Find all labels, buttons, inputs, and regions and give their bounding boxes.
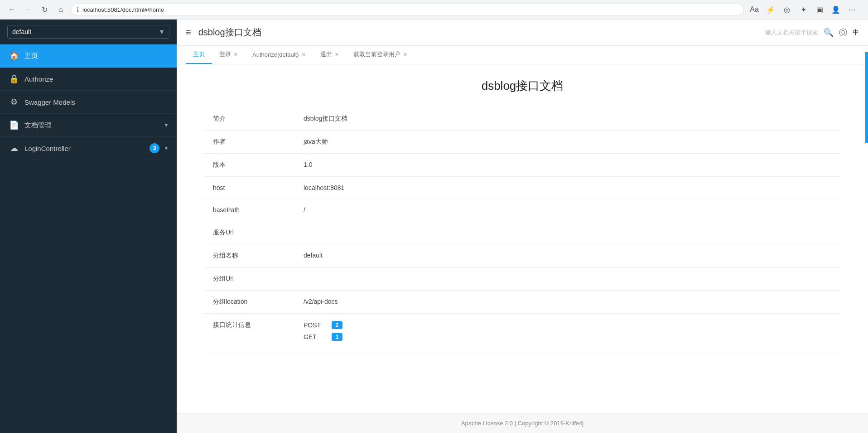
info-row: 接口统计信息POST2GET1 [204,314,841,352]
sidebar-item-label: 主页 [24,52,168,60]
tab-label: 获取当前登录用户 [353,50,400,58]
tab-label: 主页 [193,50,205,58]
sidebar-item-label: LoginController [24,145,144,152]
info-value [294,221,841,244]
lang-button[interactable]: 中 [853,29,859,37]
stats-badge: 2 [332,321,342,329]
info-label: 服务Url [204,221,294,244]
info-row: 服务Url [204,221,841,244]
search-area: 输入文档关键字搜索 🔍 ⓪ 中 [765,27,859,38]
tab-close-button[interactable]: ✕ [335,52,339,57]
font-btn[interactable]: Aa [747,3,761,16]
app-title: dsblog接口文档 [198,26,758,39]
info-label: 分组Url [204,268,294,291]
info-icon: ℹ [77,6,79,13]
info-row: 版本1.0 [204,154,841,177]
info-value: dsblog接口文档 [294,107,841,131]
tab-home[interactable]: 主页 [186,46,212,64]
collections-btn[interactable]: ▣ [813,3,826,16]
info-label: 接口统计信息 [204,314,294,352]
stats-badge: 1 [332,333,342,341]
sidebar-item-login-controller[interactable]: ☁LoginController3▾ [0,137,177,160]
info-value [294,268,841,291]
info-row: hostlocalhost:8081 [204,177,841,199]
info-row: 作者java大师 [204,131,841,154]
info-value: 1.0 [294,154,841,177]
tabs-bar: 主页登录✕Authorize(default)✕退出✕获取当前登录用户✕ [177,46,868,64]
url-text: localhost:8081/doc.html#/home [82,6,164,13]
browser-chrome: ← → ↻ ⌂ ℹ localhost:8081/doc.html#/home … [0,0,868,19]
info-row: 简介dsblog接口文档 [204,107,841,131]
sidebar-item-label: Authorize [24,75,168,83]
info-row: basePath/ [204,199,841,221]
stats-row: POST2 [304,321,832,329]
sidebar-item-doc-manage[interactable]: 📄文档管理▾ [0,114,177,137]
help-icon[interactable]: ⓪ [839,27,847,38]
sync-btn[interactable]: ◎ [780,3,794,16]
swagger-models-icon: ⚙ [9,97,19,107]
extensions-btn[interactable]: ⚡ [764,3,777,16]
group-select[interactable]: default [7,25,169,39]
sidebar-item-authorize[interactable]: 🔒Authorize [0,68,177,91]
nav-controls: ← → ↻ ⌂ ℹ localhost:8081/doc.html#/home … [0,0,868,19]
info-value: default [294,244,841,268]
reload-button[interactable]: ↻ [38,3,51,16]
forward-button[interactable]: → [22,3,34,16]
sidebar-badge: 3 [149,143,159,153]
profile-btn[interactable]: 👤 [829,3,843,16]
tab-login[interactable]: 登录✕ [212,46,245,64]
sidebar-dropdown[interactable]: default ▼ [0,19,177,44]
info-label: 简介 [204,107,294,131]
search-placeholder-text: 输入文档关键字搜索 [765,29,818,37]
info-label: 版本 [204,154,294,177]
address-bar[interactable]: ℹ localhost:8081/doc.html#/home [71,4,744,15]
info-label: 分组location [204,291,294,314]
tab-authorize[interactable]: Authorize(default)✕ [245,47,313,63]
sidebar-items-container: 🏠主页🔒Authorize⚙Swagger Models📄文档管理▾☁Login… [0,44,177,160]
back-button[interactable]: ← [5,3,18,16]
browser-actions: Aa ⚡ ◎ ✦ ▣ 👤 ⋯ [747,3,863,16]
chevron-right-icon: ▾ [165,122,168,128]
tab-close-button[interactable]: ✕ [302,52,306,57]
main-content: ≡ dsblog接口文档 输入文档关键字搜索 🔍 ⓪ 中 主页登录✕Author… [177,19,868,433]
info-label: 作者 [204,131,294,154]
info-label: 分组名称 [204,244,294,268]
home-button[interactable]: ⌂ [54,3,67,16]
home-icon: 🏠 [9,51,19,61]
tab-logout[interactable]: 退出✕ [313,46,346,64]
content-area: dsblog接口文档 简介dsblog接口文档作者java大师版本1.0host… [177,64,868,413]
tab-label: 登录 [219,50,231,58]
stats-row: GET1 [304,333,832,341]
sidebar-item-label: 文档管理 [24,121,159,130]
tab-label: 退出 [320,50,332,58]
login-controller-icon: ☁ [9,143,19,153]
tab-label: Authorize(default) [252,51,299,58]
tab-close-button[interactable]: ✕ [403,52,407,57]
search-icon[interactable]: 🔍 [824,28,834,38]
info-value: POST2GET1 [294,314,841,352]
chevron-right-icon: ▾ [165,145,168,151]
authorize-icon: 🔒 [9,74,19,84]
info-row: 分组名称default [204,244,841,268]
page-title: dsblog接口文档 [204,78,841,94]
favorites-btn[interactable]: ✦ [796,3,810,16]
sidebar: default ▼ 🏠主页🔒Authorize⚙Swagger Models📄文… [0,19,177,433]
hamburger-icon[interactable]: ≡ [186,27,191,38]
info-value: /v2/api-docs [294,291,841,314]
info-row: 分组location/v2/api-docs [204,291,841,314]
info-value: java大师 [294,131,841,154]
top-bar: ≡ dsblog接口文档 输入文档关键字搜索 🔍 ⓪ 中 [177,19,868,46]
tab-current-user[interactable]: 获取当前登录用户✕ [346,46,415,64]
doc-manage-icon: 📄 [9,120,19,130]
info-value: / [294,199,841,221]
footer-text: Apache License 2.0 | Copyright © 2019-Kn… [461,420,583,427]
footer: Apache License 2.0 | Copyright © 2019-Kn… [177,413,868,433]
stats-method: GET [304,333,326,341]
sidebar-item-home[interactable]: 🏠主页 [0,44,177,68]
sidebar-item-swagger-models[interactable]: ⚙Swagger Models [0,91,177,114]
info-table: 简介dsblog接口文档作者java大师版本1.0hostlocalhost:8… [204,107,841,352]
sidebar-item-label: Swagger Models [24,98,168,106]
info-value: localhost:8081 [294,177,841,199]
more-btn[interactable]: ⋯ [845,3,859,16]
tab-close-button[interactable]: ✕ [234,52,238,57]
